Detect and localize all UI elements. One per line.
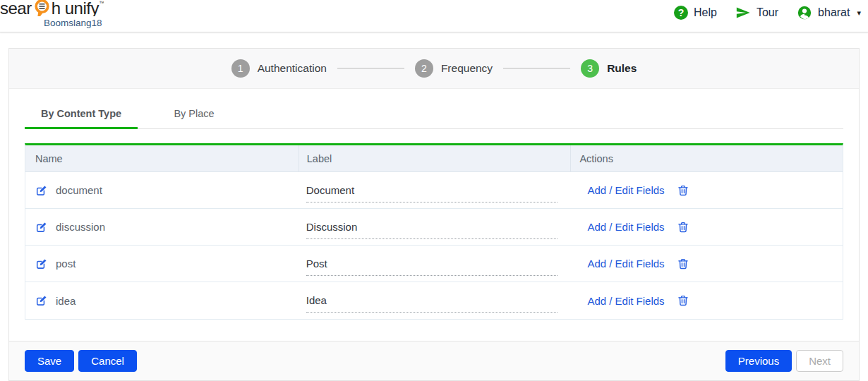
table-row: document Add / Edit Fields <box>25 172 843 209</box>
stepper-connector <box>503 68 570 69</box>
column-header-actions: Actions <box>570 145 843 171</box>
step-authentication: 1 Authentication <box>231 59 327 78</box>
add-edit-fields-link[interactable]: Add / Edit Fields <box>587 295 664 307</box>
tour-label: Tour <box>757 6 778 19</box>
help-label: Help <box>694 6 717 19</box>
wizard-stepper: 1 Authentication 2 Frequency 3 Rules <box>9 49 859 89</box>
logo-text-right: h unify <box>52 0 99 16</box>
previous-button[interactable]: Previous <box>725 350 792 372</box>
label-input[interactable] <box>306 221 557 239</box>
label-input[interactable] <box>306 294 557 313</box>
label-input[interactable] <box>306 184 557 202</box>
wizard-card: 1 Authentication 2 Frequency 3 Rules By … <box>8 48 860 381</box>
help-link[interactable]: ? Help <box>674 6 717 20</box>
table-row: idea Add / Edit Fields <box>25 282 843 319</box>
step-2-label: Frequency <box>441 62 493 75</box>
paper-plane-icon <box>735 5 751 20</box>
logo[interactable]: sear h unify ™ Boomslang18 <box>0 0 104 28</box>
step-2-circle: 2 <box>415 59 433 78</box>
step-rules: 3 Rules <box>581 59 637 78</box>
next-button: Next <box>796 350 843 372</box>
tour-link[interactable]: Tour <box>735 5 778 20</box>
edit-icon[interactable] <box>35 184 48 197</box>
step-3-circle: 3 <box>581 59 599 78</box>
wizard-footer: Save Cancel Previous Next <box>9 341 859 380</box>
rules-tabbar: By Content Type By Place <box>25 102 843 129</box>
trademark-symbol: ™ <box>99 1 104 6</box>
content-type-name: post <box>56 258 76 270</box>
help-icon: ? <box>674 6 688 20</box>
table-row: post Add / Edit Fields <box>25 246 843 282</box>
username-label: bharat <box>818 6 850 19</box>
table-header-row: Name Label Actions <box>25 145 843 172</box>
save-button[interactable]: Save <box>25 350 74 372</box>
step-frequency: 2 Frequency <box>415 59 493 78</box>
footer-right-buttons: Previous Next <box>725 350 843 372</box>
add-edit-fields-link[interactable]: Add / Edit Fields <box>587 258 664 270</box>
step-1-label: Authentication <box>258 62 327 75</box>
content-type-name: document <box>56 184 102 196</box>
content-types-table: Name Label Actions document Add / Edit F… <box>25 143 843 320</box>
label-input[interactable] <box>306 258 557 276</box>
user-avatar-icon <box>797 5 812 20</box>
instance-name: Boomslang18 <box>44 18 104 28</box>
edit-icon[interactable] <box>35 258 48 270</box>
cancel-button[interactable]: Cancel <box>78 350 137 372</box>
add-edit-fields-link[interactable]: Add / Edit Fields <box>587 184 664 196</box>
logo-text: sear h unify ™ <box>0 0 104 16</box>
content-type-name: discussion <box>56 221 105 233</box>
table-row: discussion Add / Edit Fields <box>25 209 843 246</box>
edit-icon[interactable] <box>35 294 48 307</box>
column-header-label: Label <box>299 145 571 171</box>
add-edit-fields-link[interactable]: Add / Edit Fields <box>587 221 664 233</box>
delete-icon[interactable] <box>677 184 689 197</box>
step-1-circle: 1 <box>231 59 250 78</box>
magnifier-icon <box>31 0 52 16</box>
content-type-name: idea <box>56 295 76 307</box>
delete-icon[interactable] <box>677 258 689 270</box>
column-header-name: Name <box>25 153 299 164</box>
header-nav: ? Help Tour bharat ▾ <box>674 0 868 20</box>
top-header: sear h unify ™ Boomslang18 ? Help Tour b… <box>0 0 868 32</box>
stepper-connector <box>337 68 404 69</box>
delete-icon[interactable] <box>677 221 689 234</box>
edit-icon[interactable] <box>35 221 48 234</box>
step-3-label: Rules <box>607 62 637 75</box>
footer-left-buttons: Save Cancel <box>25 350 137 372</box>
chevron-down-icon: ▾ <box>857 8 861 18</box>
user-menu[interactable]: bharat ▾ <box>797 5 861 20</box>
delete-icon[interactable] <box>677 294 689 307</box>
tab-by-content-type[interactable]: By Content Type <box>25 102 138 129</box>
logo-text-left: sear <box>0 0 32 16</box>
tab-by-place[interactable]: By Place <box>138 102 251 129</box>
